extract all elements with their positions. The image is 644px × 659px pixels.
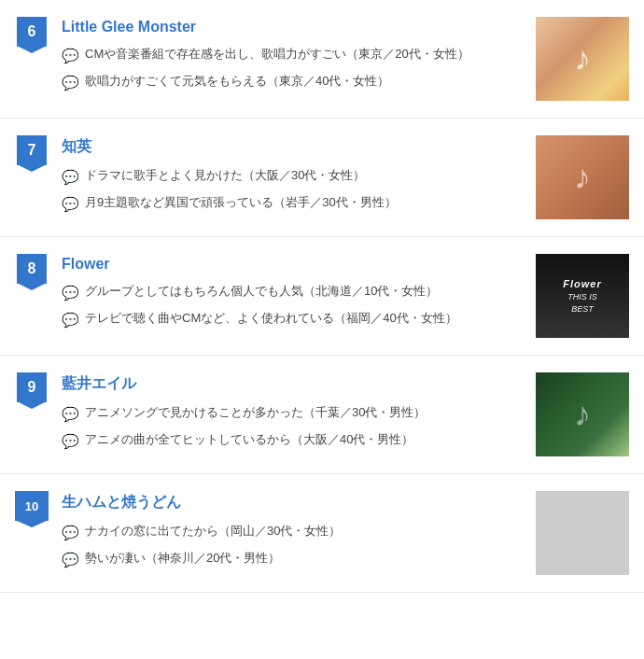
comment-item-7-1: 💬月9主題歌など異国で頑張っている（岩手／30代・男性） bbox=[62, 193, 521, 216]
rank-number-8: 8 bbox=[17, 254, 47, 284]
comment-icon: 💬 bbox=[62, 194, 79, 216]
comment-icon: 💬 bbox=[62, 46, 79, 67]
rank-image-9 bbox=[536, 372, 629, 456]
comment-item-10-1: 💬勢いが凄い（神奈川／20代・男性） bbox=[62, 549, 521, 571]
comment-item-10-0: 💬ナカイの窓に出てたから（岡山／30代・女性） bbox=[62, 522, 521, 544]
rank-badge-7: 7 bbox=[15, 135, 49, 165]
ranking-item-7: 7知英💬ドラマに歌手とよく見かけた（大阪／30代・女性）💬月9主題歌など異国で頑… bbox=[0, 119, 644, 237]
comment-text-10-1: 勢いが凄い（神奈川／20代・男性） bbox=[85, 549, 280, 568]
rank-content-6: Little Glee Monster💬CMや音楽番組で存在感を出し、歌唱力がす… bbox=[62, 17, 521, 98]
rank-image-6 bbox=[536, 17, 629, 101]
comment-item-7-0: 💬ドラマに歌手とよく見かけた（大阪／30代・女性） bbox=[62, 166, 521, 189]
comment-icon: 💬 bbox=[62, 404, 79, 426]
ranking-item-8: 8Flower💬グループとしてはもちろん個人でも人気（北海道／10代・女性）💬テ… bbox=[0, 237, 644, 356]
rank-badge-8: 8 bbox=[15, 254, 49, 284]
comment-icon: 💬 bbox=[62, 310, 79, 331]
comment-item-8-0: 💬グループとしてはもちろん個人でも人気（北海道／10代・女性） bbox=[62, 282, 521, 304]
rank-title-9: 藍井エイル bbox=[62, 374, 521, 394]
comment-item-6-1: 💬歌唱力がすごくて元気をもらえる（東京／40代・女性） bbox=[62, 72, 521, 94]
rank-image-7 bbox=[536, 135, 629, 219]
ranking-list: 6Little Glee Monster💬CMや音楽番組で存在感を出し、歌唱力が… bbox=[0, 0, 644, 593]
rank-content-10: 生ハムと焼うどん💬ナカイの窓に出てたから（岡山／30代・女性）💬勢いが凄い（神奈… bbox=[62, 491, 521, 575]
rank-badge-10: 10 bbox=[15, 491, 49, 521]
rank-number-10: 10 bbox=[15, 491, 49, 521]
rank-badge-6: 6 bbox=[15, 17, 49, 47]
rank-badge-9: 9 bbox=[15, 372, 49, 402]
rank-image-10 bbox=[536, 491, 629, 575]
ranking-item-10: 10生ハムと焼うどん💬ナカイの窓に出てたから（岡山／30代・女性）💬勢いが凄い（… bbox=[0, 474, 644, 593]
comment-text-8-0: グループとしてはもちろん個人でも人気（北海道／10代・女性） bbox=[85, 282, 438, 301]
rank-title-6: Little Glee Monster bbox=[62, 19, 521, 35]
rank-image-8: FlowerTHIS ISBEST bbox=[536, 254, 629, 338]
comment-icon: 💬 bbox=[62, 73, 79, 94]
rank-content-9: 藍井エイル💬アニメソングで見かけることが多かった（千葉／30代・男性）💬アニメの… bbox=[62, 372, 521, 456]
comment-text-6-0: CMや音楽番組で存在感を出し、歌唱力がすごい（東京／20代・女性） bbox=[85, 45, 469, 63]
flower-album-art: FlowerTHIS ISBEST bbox=[563, 277, 601, 315]
comment-text-9-0: アニメソングで見かけることが多かった（千葉／30代・男性） bbox=[85, 403, 426, 422]
rank-title-10: 生ハムと焼うどん bbox=[62, 493, 521, 512]
rank-number-9: 9 bbox=[17, 372, 47, 402]
comment-item-6-0: 💬CMや音楽番組で存在感を出し、歌唱力がすごい（東京／20代・女性） bbox=[62, 45, 521, 67]
comment-text-7-0: ドラマに歌手とよく見かけた（大阪／30代・女性） bbox=[85, 166, 365, 185]
ranking-item-9: 9藍井エイル💬アニメソングで見かけることが多かった（千葉／30代・男性）💬アニメ… bbox=[0, 356, 644, 474]
comment-text-9-1: アニメの曲が全てヒットしているから（大阪／40代・男性） bbox=[85, 430, 413, 449]
comment-icon: 💬 bbox=[62, 167, 79, 189]
rank-title-8: Flower bbox=[62, 256, 521, 273]
comment-text-7-1: 月9主題歌など異国で頑張っている（岩手／30代・男性） bbox=[85, 193, 397, 212]
rank-number-6: 6 bbox=[17, 17, 47, 47]
comment-item-9-1: 💬アニメの曲が全てヒットしているから（大阪／40代・男性） bbox=[62, 430, 521, 453]
comment-icon: 💬 bbox=[62, 283, 79, 304]
comment-text-8-1: テレビで聴く曲やCMなど、よく使われている（福岡／40代・女性） bbox=[85, 309, 457, 328]
comment-item-9-0: 💬アニメソングで見かけることが多かった（千葉／30代・男性） bbox=[62, 403, 521, 426]
comment-icon: 💬 bbox=[62, 431, 79, 453]
comment-icon: 💬 bbox=[62, 523, 79, 544]
rank-number-7: 7 bbox=[17, 135, 47, 165]
comment-item-8-1: 💬テレビで聴く曲やCMなど、よく使われている（福岡／40代・女性） bbox=[62, 309, 521, 331]
rank-content-8: Flower💬グループとしてはもちろん個人でも人気（北海道／10代・女性）💬テレ… bbox=[62, 254, 521, 335]
comment-text-6-1: 歌唱力がすごくて元気をもらえる（東京／40代・女性） bbox=[85, 72, 389, 91]
comment-icon: 💬 bbox=[62, 550, 79, 571]
comment-text-10-0: ナカイの窓に出てたから（岡山／30代・女性） bbox=[85, 522, 341, 540]
ranking-item-6: 6Little Glee Monster💬CMや音楽番組で存在感を出し、歌唱力が… bbox=[0, 0, 644, 119]
rank-title-7: 知英 bbox=[62, 137, 521, 157]
rank-content-7: 知英💬ドラマに歌手とよく見かけた（大阪／30代・女性）💬月9主題歌など異国で頑張… bbox=[62, 135, 521, 219]
